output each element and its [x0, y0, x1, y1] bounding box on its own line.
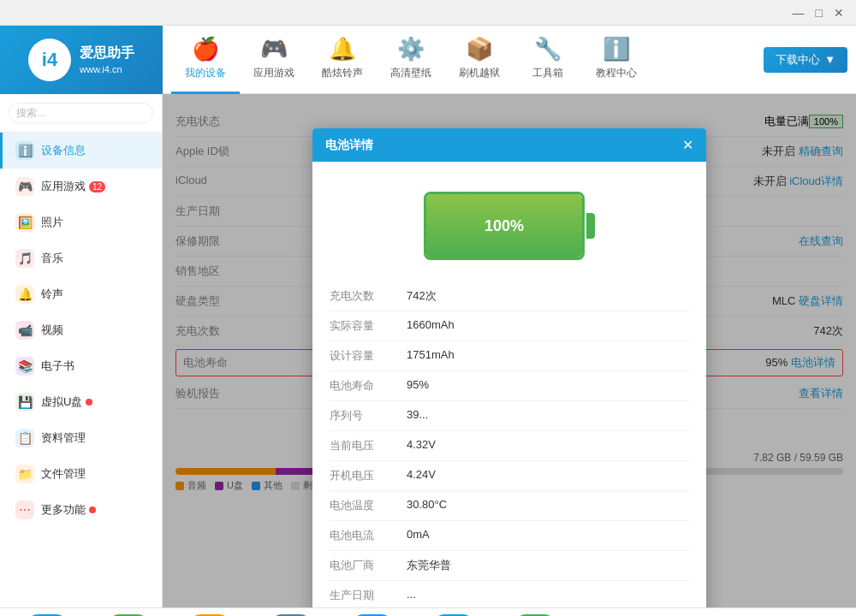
modal-key-电池电流: 电池电流 [330, 528, 407, 543]
modal-val-生产日期: ... [407, 588, 416, 603]
battery-outer: 100% [424, 192, 585, 260]
logo-icon: i4 [28, 38, 71, 81]
sidebar-search-area [0, 94, 162, 133]
nav-label-tutorial: 教程中心 [596, 66, 637, 80]
sidebar: ℹ️ 设备信息 🎮 应用游戏12 🖼️ 照片 🎵 音乐 🔔 铃声 📹 视频 📚 … [0, 94, 163, 607]
nav-item-tutorial[interactable]: ℹ️教程中心 [582, 26, 651, 94]
battery-percent-label: 100% [484, 217, 524, 235]
modal-row-电池温度: 电池温度30.80°C [330, 491, 689, 521]
modal-val-开机电压: 4.24V [407, 468, 436, 483]
battery-inner: 100% [426, 194, 582, 258]
sidebar-icon-ringtone: 🔔 [15, 285, 34, 304]
modal-title: 电池详情 [325, 138, 373, 153]
modal-val-电池厂商: 东莞华普 [407, 558, 451, 573]
modal-val-设计容量: 1751mAh [407, 348, 455, 364]
modal-row-电池寿命: 电池寿命95% [330, 371, 689, 401]
sidebar-label-photos: 照片 [41, 215, 63, 230]
sidebar-icon-data-mgr: 📋 [15, 429, 34, 447]
nav-icon-my-device: 🍎 [192, 36, 219, 62]
nav-icon-app-game: 🎮 [260, 36, 288, 62]
modal-key-设计容量: 设计容量 [330, 348, 407, 364]
badge-dot-more [89, 506, 96, 513]
sidebar-label-video: 视频 [41, 323, 63, 338]
top-right-area: 下载中心 ▼ [764, 47, 847, 73]
nav-item-jailbreak[interactable]: 📦刷机越狱 [445, 26, 514, 94]
sidebar-label-ebook: 电子书 [41, 358, 74, 374]
nav-label-jailbreak: 刷机越狱 [459, 66, 500, 80]
sidebar-item-device-info[interactable]: ℹ️ 设备信息 [0, 133, 162, 169]
sidebar-label-app-game: 应用游戏 [41, 179, 86, 194]
sidebar-icon-app-game: 🎮 [15, 177, 34, 196]
modal-table: 充电次数742次实际容量1660mAh设计容量1751mAh电池寿命95%序列号… [330, 281, 689, 607]
sidebar-label-data-mgr: 资料管理 [41, 430, 86, 446]
sidebar-icon-device-info: ℹ️ [15, 141, 34, 160]
sidebar-icon-file-mgr: 📁 [15, 465, 34, 483]
nav-label-my-device: 我的设备 [185, 66, 226, 80]
nav-item-wallpaper[interactable]: ⚙️高清壁纸 [377, 26, 445, 94]
logo-area: i4 爱思助手 www.i4.cn [0, 26, 163, 94]
battery-visual: 100% [424, 192, 595, 260]
modal-row-序列号: 序列号39... [330, 401, 689, 431]
modal-key-序列号: 序列号 [330, 408, 407, 424]
logo-text: 爱思助手 www.i4.cn [80, 44, 134, 75]
search-input[interactable] [9, 103, 153, 123]
top-nav-bar: i4 爱思助手 www.i4.cn 🍎我的设备🎮应用游戏🔔酷炫铃声⚙️高清壁纸📦… [0, 26, 856, 94]
modal-row-开机电压: 开机电压4.24V [330, 461, 689, 491]
nav-label-wallpaper: 高清壁纸 [390, 66, 431, 80]
sidebar-item-data-mgr[interactable]: 📋 资料管理 [0, 420, 162, 456]
modal-val-电池电流: 0mA [407, 528, 430, 543]
modal-key-开机电压: 开机电压 [330, 468, 407, 483]
minimize-button[interactable]: — [789, 6, 808, 20]
modal-close-button[interactable]: ✕ [682, 137, 693, 153]
badge-app-game: 12 [89, 181, 105, 192]
maximize-button[interactable]: □ [812, 6, 826, 20]
sidebar-item-photos[interactable]: 🖼️ 照片 [0, 204, 162, 240]
main-content: 充电状态电量已满 100%Apple ID锁未开启 精确查询iCloud未开启 … [163, 94, 856, 607]
sidebar-label-ringtone: 铃声 [41, 287, 63, 302]
sidebar-item-music[interactable]: 🎵 音乐 [0, 240, 162, 276]
sidebar-label-file-mgr: 文件管理 [41, 466, 86, 482]
nav-label-app-game: 应用游戏 [253, 66, 294, 80]
nav-icon-ringtone: 🔔 [329, 36, 356, 62]
modal-header: 电池详情 ✕ [312, 128, 706, 162]
sidebar-icon-ebook: 📚 [15, 357, 34, 376]
modal-row-电池电流: 电池电流0mA [330, 521, 689, 551]
modal-row-设计容量: 设计容量1751mAh [330, 341, 689, 371]
window-chrome: — □ ✕ [0, 0, 856, 26]
nav-item-ringtone[interactable]: 🔔酷炫铃声 [308, 26, 377, 94]
sidebar-label-virtual-u: 虚拟U盘 [41, 394, 82, 410]
nav-icon-wallpaper: ⚙️ [397, 36, 425, 62]
modal-key-生产日期: 生产日期 [330, 588, 407, 603]
sidebar-item-app-game[interactable]: 🎮 应用游戏12 [0, 169, 162, 204]
modal-row-充电次数: 充电次数742次 [330, 281, 689, 311]
modal-row-生产日期: 生产日期... [330, 581, 689, 607]
nav-label-tools: 工具箱 [532, 66, 563, 80]
modal-val-序列号: 39... [407, 408, 428, 424]
modal-row-当前电压: 当前电压4.32V [330, 431, 689, 461]
sidebar-icon-video: 📹 [15, 321, 34, 340]
sidebar-item-video[interactable]: 📹 视频 [0, 312, 162, 348]
nav-item-app-game[interactable]: 🎮应用游戏 [240, 26, 308, 94]
sidebar-label-more: 更多功能 [41, 502, 86, 518]
sidebar-item-more[interactable]: ⋯ 更多功能 [0, 492, 162, 528]
nav-item-tools[interactable]: 🔧工具箱 [514, 26, 582, 94]
sidebar-item-virtual-u[interactable]: 💾 虚拟U盘 [0, 384, 162, 420]
main-container: ℹ️ 设备信息 🎮 应用游戏12 🖼️ 照片 🎵 音乐 🔔 铃声 📹 视频 📚 … [0, 94, 856, 607]
brand-name: 爱思助手 [80, 44, 134, 62]
sidebar-icon-virtual-u: 💾 [15, 393, 34, 412]
sidebar-item-ebook[interactable]: 📚 电子书 [0, 348, 162, 384]
brand-url: www.i4.cn [80, 64, 122, 74]
download-button[interactable]: 下载中心 ▼ [764, 47, 847, 73]
modal-val-电池温度: 30.80°C [407, 498, 447, 513]
modal-val-当前电压: 4.32V [407, 438, 436, 453]
sidebar-item-file-mgr[interactable]: 📁 文件管理 [0, 456, 162, 492]
modal-val-实际容量: 1660mAh [407, 318, 455, 334]
battery-tip [586, 213, 595, 239]
sidebar-items-list: ℹ️ 设备信息 🎮 应用游戏12 🖼️ 照片 🎵 音乐 🔔 铃声 📹 视频 📚 … [0, 133, 162, 528]
sidebar-item-ringtone[interactable]: 🔔 铃声 [0, 276, 162, 312]
nav-icon-tools: 🔧 [534, 36, 562, 62]
nav-icon-tutorial: ℹ️ [603, 36, 630, 62]
close-button[interactable]: ✕ [830, 6, 847, 20]
nav-item-my-device[interactable]: 🍎我的设备 [171, 26, 240, 94]
sidebar-icon-photos: 🖼️ [15, 213, 34, 232]
